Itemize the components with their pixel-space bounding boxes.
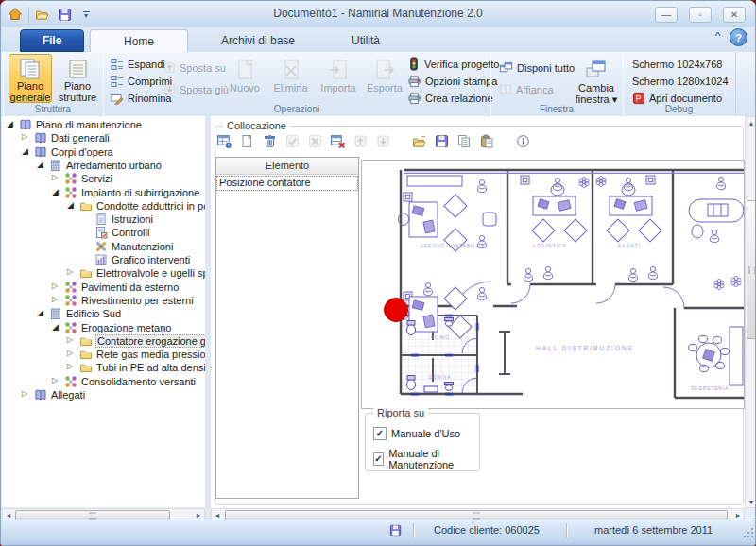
position-marker[interactable]: [385, 299, 408, 322]
tree-item[interactable]: ▷Consolidamento versanti: [2, 375, 205, 388]
piano-generale-button[interactable]: Piano generale: [9, 54, 52, 103]
tree-item[interactable]: ▷Servizi: [2, 172, 205, 185]
tab-archivi-di-base[interactable]: Archivi di base: [194, 29, 322, 52]
tree-collapsed-icon[interactable]: ▷: [67, 362, 73, 370]
tree-item[interactable]: Istruzioni: [2, 213, 205, 226]
tab-home[interactable]: Home: [90, 29, 188, 52]
tree-item[interactable]: ▷Pavimenti da esterno: [2, 281, 205, 294]
tree-item[interactable]: ◢Edificio Sud: [2, 307, 205, 320]
ribbon-tab-row: File Home Archivi di base Utilità: [1, 27, 755, 52]
tree-item[interactable]: ▷Elettrovalvole e ugelli spruzzat: [2, 266, 205, 280]
main-vscrollbar[interactable]: ▲ ▼: [745, 116, 756, 508]
tree-item[interactable]: ◢Arredamento urbano: [2, 159, 205, 172]
minimize-ribbon-icon[interactable]: ^: [715, 30, 721, 40]
affianca-button[interactable]: Affianca: [499, 81, 554, 97]
schermo-1280-button[interactable]: Schermo 1280x1024: [632, 73, 729, 89]
tree-item[interactable]: Manutenzioni: [2, 240, 205, 253]
paste-icon[interactable]: [479, 133, 495, 149]
book-icon: [34, 388, 47, 401]
copy-icon[interactable]: [456, 133, 472, 149]
tree-collapsed-icon[interactable]: ▷: [52, 282, 58, 290]
resize-grip[interactable]: [744, 528, 753, 537]
folder-icon: [79, 199, 93, 213]
cambia-finestra-button[interactable]: Cambia finestra ▾: [574, 54, 619, 107]
list-header-elemento[interactable]: Elemento: [216, 158, 358, 175]
espandi-button[interactable]: Espandi: [111, 56, 165, 72]
tree-collapsed-icon[interactable]: ▷: [67, 267, 73, 276]
tree-collapsed-icon[interactable]: ▷: [52, 173, 58, 181]
move-up-icon[interactable]: [352, 133, 369, 149]
grid-edit-icon[interactable]: [216, 133, 232, 149]
importa-button[interactable]: Importa: [317, 54, 360, 103]
schermo-1024-button[interactable]: Schermo 1024x768: [632, 56, 722, 72]
scroll-down-icon[interactable]: ▼: [746, 496, 756, 507]
status-save-icon: [389, 523, 402, 540]
new-page-icon[interactable]: [239, 133, 255, 149]
tree-expanded-icon[interactable]: ◢: [52, 322, 59, 332]
elimina-button[interactable]: Elimina: [269, 54, 312, 103]
tree-collapsed-icon[interactable]: ▷: [52, 295, 58, 303]
tree-collapsed-icon[interactable]: ▷: [52, 376, 58, 384]
tree-item-label: Erogazione metano: [81, 322, 171, 333]
tree-item[interactable]: ▷Dati generali: [2, 131, 205, 145]
doc-icon: [94, 213, 108, 226]
confirm-icon[interactable]: [284, 133, 301, 149]
disponi-tutto-button[interactable]: Disponi tutto: [499, 60, 575, 76]
tree-item[interactable]: ◢Erogazione metano: [2, 321, 205, 334]
move-down-icon[interactable]: [375, 133, 391, 149]
piano-generale-label: Piano generale: [9, 80, 51, 103]
tree-collapsed-icon[interactable]: ▷: [67, 349, 73, 357]
tree-collapsed-icon[interactable]: ▷: [22, 389, 27, 398]
folder-icon: [79, 361, 93, 374]
tree-item[interactable]: ◢Impianto di subirrigazione: [2, 186, 205, 199]
tree-expanded-icon[interactable]: ◢: [37, 308, 43, 317]
sposta-giu-button[interactable]: Sposta giù: [163, 81, 229, 97]
help-icon[interactable]: ?: [730, 28, 747, 46]
verifica-progetto-button[interactable]: Verifica progetto: [407, 56, 500, 72]
tree-expanded-icon[interactable]: ◢: [52, 187, 59, 196]
esporta-button[interactable]: Esporta: [364, 54, 405, 103]
checkbox-manuale-uso[interactable]: ✓: [373, 427, 387, 440]
tree-expanded-icon[interactable]: ◢: [22, 146, 28, 156]
save-icon[interactable]: [434, 133, 450, 149]
tree-expanded-icon[interactable]: ◢: [37, 160, 43, 169]
nuovo-button[interactable]: Nuovo: [224, 54, 266, 103]
tree-item[interactable]: Controlli: [2, 226, 205, 239]
main-vscrollbar-thumb[interactable]: [747, 200, 756, 339]
tree-item[interactable]: ◢Corpi d'opera: [2, 145, 205, 159]
checkbox-manuale-manutenzione[interactable]: ✓: [373, 452, 384, 466]
tab-file[interactable]: File: [20, 29, 84, 52]
list-item[interactable]: Posizione contatore: [216, 176, 358, 191]
grid-remove-icon[interactable]: [330, 133, 346, 149]
close-button[interactable]: ✕: [723, 7, 746, 23]
minimize-button[interactable]: —: [655, 7, 678, 23]
maximize-button[interactable]: ▫: [689, 7, 712, 23]
tree-item[interactable]: ◢Piano di manutenzione: [2, 118, 205, 131]
open-folder-icon[interactable]: [411, 133, 427, 149]
tree-item[interactable]: ◢Condotte adduttrici in polietile: [2, 199, 205, 213]
cancel-icon[interactable]: [307, 133, 323, 149]
move-up-icon: [163, 61, 176, 74]
tree-expanded-icon[interactable]: ◢: [67, 200, 74, 210]
tree-item[interactable]: Grafico interventi: [2, 253, 205, 266]
info-icon[interactable]: [515, 133, 531, 149]
tree-item[interactable]: ▷Contatore erogazione gas: [2, 334, 205, 348]
tree-collapsed-icon[interactable]: ▷: [22, 132, 27, 141]
sposta-su-button[interactable]: Sposta su: [163, 60, 226, 76]
network-icon: [64, 321, 77, 334]
network-icon: [64, 186, 77, 199]
group-label-debug: Debug: [623, 104, 735, 114]
tree-item[interactable]: ▷Rivestimento per esterni: [2, 294, 205, 307]
tree-expanded-icon[interactable]: ◢: [7, 119, 13, 128]
opzioni-stampa-button[interactable]: Opzioni stampa: [407, 73, 497, 89]
tree-collapsed-icon[interactable]: ▷: [67, 335, 73, 344]
trash-icon[interactable]: [262, 133, 278, 149]
ribbon-group-struttura: Piano generale Piano strutture Struttura: [3, 52, 104, 115]
tree-item[interactable]: ▷Rete gas media pressione: [2, 348, 205, 361]
piano-strutture-button[interactable]: Piano strutture: [56, 54, 99, 103]
tree-item[interactable]: ▷Tubi in PE ad alta densità: [2, 361, 205, 374]
tree-item-label: Impianto di subirrigazione: [81, 187, 199, 198]
scroll-up-icon[interactable]: ▲: [746, 117, 756, 128]
tree-item[interactable]: ▷Allegati: [2, 388, 205, 401]
tab-utilita[interactable]: Utilità: [328, 29, 404, 52]
